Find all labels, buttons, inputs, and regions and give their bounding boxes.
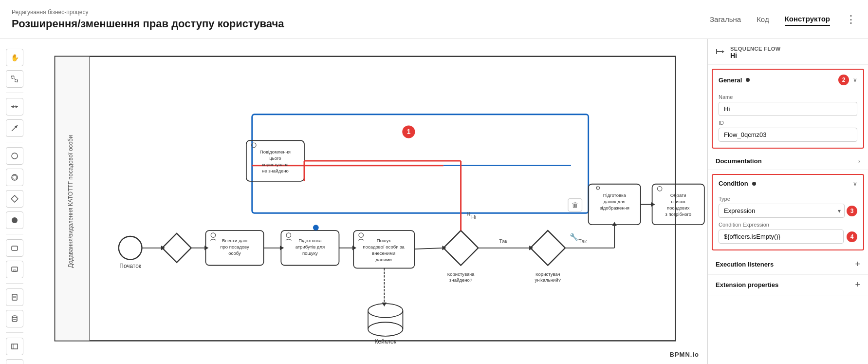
svg-text:відображення: відображення: [600, 205, 629, 211]
hand-tool-button[interactable]: ✋: [6, 49, 23, 66]
condition-section: Condition ∨ Type Expression Script None: [712, 174, 864, 250]
marquee-tool-button[interactable]: [6, 70, 23, 88]
svg-text:⚙: ⚙: [595, 185, 601, 192]
nav-constructor[interactable]: Конструктор: [785, 13, 830, 26]
circle-shape-button[interactable]: [6, 147, 23, 165]
panel-name-value: Hi: [730, 52, 781, 59]
condition-section-title: Condition: [719, 180, 748, 187]
filled-circle-button[interactable]: [6, 211, 23, 229]
condition-section-body: Type Expression Script None ▾ 3 Conditio…: [713, 196, 863, 249]
svg-text:🔧: 🔧: [570, 232, 578, 241]
svg-marker-3: [16, 105, 18, 108]
name-field-label: Name: [719, 94, 857, 100]
svg-text:з потрібного: з потрібного: [665, 211, 691, 217]
svg-text:Пошук: Пошук: [377, 238, 391, 243]
svg-text:внесеними: внесеними: [372, 250, 395, 256]
rect-shape-button[interactable]: [6, 239, 23, 257]
arrow-tool-button[interactable]: [6, 119, 23, 137]
header-title: Розширення/зменшення прав доступу корист…: [12, 18, 284, 30]
svg-text:Так: Так: [578, 238, 587, 244]
svg-text:посадової особи за: посадової особи за: [363, 244, 405, 249]
diamond-shape-button[interactable]: [6, 190, 23, 208]
header-right: Загальна Код Конструктор ⋮: [710, 13, 856, 26]
svg-text:Підготовка: Підготовка: [298, 238, 322, 243]
svg-text:пошуку: пошуку: [302, 250, 318, 256]
svg-text:Так: Так: [499, 238, 507, 244]
svg-marker-89: [612, 222, 617, 226]
database-shape-button[interactable]: [6, 310, 23, 327]
extension-properties-section[interactable]: Extension properties +: [708, 275, 868, 295]
condition-section-header[interactable]: Condition ∨: [713, 175, 863, 192]
expression-field-label: Condition Expression: [719, 222, 857, 228]
svg-rect-14: [13, 270, 16, 271]
svg-marker-44: [204, 246, 208, 250]
badge-4: 4: [847, 231, 857, 242]
expression-input[interactable]: [719, 230, 844, 244]
svg-text:Повідомлення: Повідомлення: [260, 149, 291, 154]
svg-point-21: [12, 320, 17, 322]
svg-text:Внести дані: Внести дані: [222, 238, 247, 243]
svg-point-9: [13, 175, 17, 179]
subprocess-shape-button[interactable]: [6, 261, 23, 278]
nav-code[interactable]: Код: [757, 13, 769, 25]
svg-marker-98: [651, 202, 655, 207]
general-chevron: ∨: [853, 77, 857, 83]
svg-rect-1: [15, 79, 18, 82]
execution-listeners-section[interactable]: Execution listeners +: [708, 254, 868, 275]
general-section-body: Name ID: [713, 94, 863, 148]
extension-properties-add-icon[interactable]: +: [855, 280, 860, 290]
canvas-area[interactable]: ✋: [0, 39, 707, 364]
svg-marker-10: [11, 195, 18, 202]
documentation-section[interactable]: Documentation ›: [708, 153, 868, 170]
connect-left-right-button[interactable]: [6, 98, 23, 115]
document-shape-button[interactable]: [6, 288, 23, 306]
dotted-rect-button[interactable]: [6, 359, 23, 364]
double-circle-button[interactable]: [6, 169, 23, 186]
name-input[interactable]: [719, 102, 857, 116]
svg-text:Кейклок: Кейклок: [374, 338, 396, 345]
svg-text:Користувача: Користувача: [447, 271, 475, 277]
badge-2: 2: [838, 75, 849, 85]
svg-rect-28: [252, 115, 589, 213]
swimlane-button[interactable]: [6, 338, 23, 355]
svg-marker-59: [352, 246, 356, 250]
svg-rect-13: [12, 267, 18, 271]
svg-point-42: [211, 233, 216, 238]
documentation-chevron: ›: [858, 158, 860, 165]
nav-general[interactable]: Загальна: [710, 13, 741, 25]
svg-text:список: список: [671, 199, 685, 204]
svg-text:особу: особу: [228, 250, 241, 256]
svg-point-18: [12, 316, 17, 318]
svg-point-7: [12, 153, 18, 159]
svg-marker-111: [722, 50, 724, 53]
svg-point-106: [368, 322, 403, 336]
svg-text:Користувач: Користувач: [536, 271, 560, 277]
documentation-title: Documentation: [716, 157, 762, 165]
svg-text:даними: даними: [376, 257, 392, 262]
svg-point-103: [368, 304, 403, 318]
panel-type-label: SEQUENCE FLOW: [730, 46, 781, 52]
svg-text:атрибутів для: атрибутів для: [295, 244, 325, 249]
svg-marker-4: [11, 105, 14, 108]
execution-listeners-title: Execution listeners: [716, 261, 774, 268]
extension-properties-title: Extension properties: [716, 281, 778, 288]
svg-text:1: 1: [406, 128, 410, 135]
panel-header: SEQUENCE FLOW Hi: [708, 39, 868, 65]
diagram-canvas[interactable]: Додавання/видалення КАТОТТГ посадової ос…: [29, 39, 707, 364]
svg-point-57: [359, 233, 364, 238]
execution-listeners-add-icon[interactable]: +: [855, 259, 860, 269]
svg-text:Hi: Hi: [471, 214, 476, 220]
svg-text:Додавання/видалення КАТОТТГ по: Додавання/видалення КАТОТТГ посадової ос…: [67, 135, 74, 268]
svg-text:користувача: користувача: [262, 162, 289, 167]
svg-text:унікальний?: унікальний?: [535, 277, 560, 283]
badge-3: 3: [847, 206, 857, 216]
svg-point-49: [286, 233, 291, 238]
right-panel: SEQUENCE FLOW Hi General 2 ∨ Name ID: [707, 39, 868, 364]
more-options-icon[interactable]: ⋮: [846, 14, 856, 25]
general-dot: [746, 78, 750, 82]
id-field-label: ID: [719, 120, 857, 126]
general-section-header[interactable]: General 2 ∨: [713, 70, 863, 90]
svg-rect-25: [55, 57, 675, 341]
type-select[interactable]: Expression Script None: [719, 204, 845, 218]
id-input[interactable]: [719, 128, 857, 142]
